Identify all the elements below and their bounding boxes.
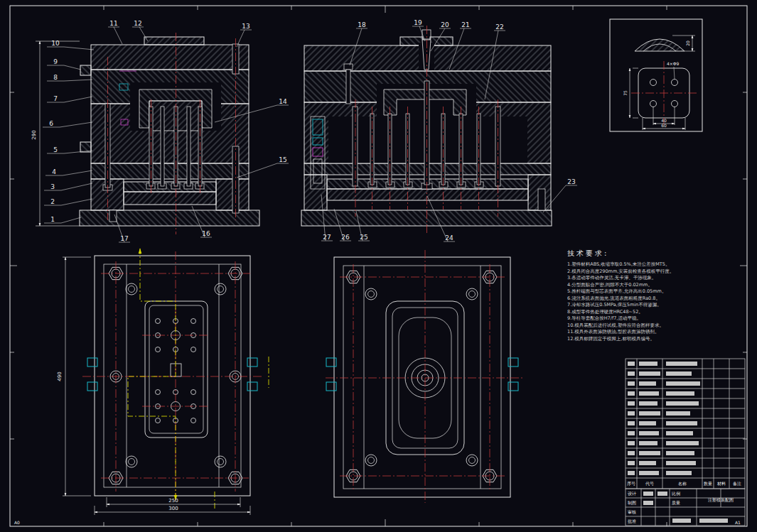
titleblock-weight-label: 质量 bbox=[672, 500, 680, 505]
callout-10: 10 bbox=[51, 40, 60, 47]
callout-9: 9 bbox=[53, 58, 58, 65]
callout-12: 12 bbox=[134, 20, 141, 27]
guide-pillar bbox=[466, 455, 478, 466]
dim-cap-height: 20 bbox=[685, 40, 690, 46]
callout-3: 3 bbox=[50, 183, 55, 190]
section-view-front: 10 9 8 7 6 5 4 3 2 1 11 12 13 14 15 17 1… bbox=[31, 20, 289, 242]
guide-bushing bbox=[126, 283, 137, 295]
centerlines bbox=[326, 250, 522, 503]
tech-requirement-line: 7.冷却水路试压0.5MPa,保压5min不得渗漏。 bbox=[567, 302, 722, 309]
tech-requirement-line: 4.分型面贴合严密,间隙不大于0.02mm。 bbox=[567, 282, 722, 289]
side-lock bbox=[508, 358, 518, 367]
titleblock-row-check: 审核 bbox=[628, 509, 636, 514]
tech-requirement-line: 2.模具闭合高度290mm,安装前检查各模板平行度。 bbox=[567, 268, 722, 276]
guide-bushing bbox=[215, 283, 226, 295]
callout-8: 8 bbox=[53, 74, 58, 81]
frame-zone-label-left: A0 bbox=[14, 520, 20, 525]
guide-pillar bbox=[365, 455, 377, 466]
callout-22: 22 bbox=[495, 23, 503, 31]
tech-requirement-line: 5.推杆端面与型芯表面平齐,允许高出0.05mm。 bbox=[567, 288, 722, 295]
tech-requirement-line: 6.浇注系统表面抛光,流道表面粗糙度Ra0.8。 bbox=[567, 295, 722, 303]
bom-header-qty: 数量 bbox=[704, 481, 712, 486]
bom-header-material: 材料 bbox=[716, 481, 726, 487]
callout-21: 21 bbox=[461, 21, 469, 28]
section-cut-line bbox=[128, 249, 176, 500]
bom-header-no: 序号 bbox=[627, 481, 635, 486]
callout-2: 2 bbox=[50, 198, 55, 205]
dim-inner-width: 250 bbox=[168, 498, 178, 504]
callout-20: 20 bbox=[441, 21, 449, 28]
tech-requirement-line: 1.塑件材料ABS,收缩率取0.5%,未注公差按MT5。 bbox=[567, 261, 722, 268]
centerlines bbox=[82, 251, 263, 500]
tech-requirement-line: 11.模具外表面涂防锈油,型腔表面涂防锈剂。 bbox=[567, 329, 722, 336]
titleblock-row-design: 设计 bbox=[628, 491, 636, 496]
callout-17: 17 bbox=[120, 235, 128, 242]
tech-requirement-line: 9.导柱导套配合按H7/f7,运动平稳。 bbox=[567, 315, 722, 322]
dim-mold-height: 290 bbox=[31, 130, 37, 139]
callout-1: 1 bbox=[50, 216, 55, 223]
titleblock-row-draw: 制图 bbox=[628, 500, 636, 506]
dim-hole-spacing: 40 bbox=[661, 118, 667, 123]
tech-requirement-line: 8.成型零件热处理硬度HRC48~52。 bbox=[567, 309, 722, 316]
tech-requirement-line: 10.模具装配后进行试模,塑件应符合图样要求。 bbox=[567, 322, 722, 330]
callout-23: 23 bbox=[567, 178, 575, 185]
side-lock bbox=[247, 358, 257, 367]
callout-27: 27 bbox=[323, 234, 331, 241]
dim-plate-length: 490 bbox=[57, 371, 63, 381]
bom-header-code: 代号 bbox=[645, 481, 654, 486]
title-block: 设计 制图 审核 批准 比例 质量 注塑模装配图 bbox=[626, 489, 745, 526]
callout-19: 19 bbox=[414, 19, 422, 26]
tech-requirements-title: 技术要求: bbox=[567, 249, 722, 259]
bom-header-remark: 备注 bbox=[733, 481, 741, 487]
guide-bushing bbox=[126, 456, 137, 467]
guide-pillar bbox=[466, 288, 478, 300]
cavity-outline bbox=[145, 301, 208, 438]
plan-view-moving-half: 490 250 300 bbox=[57, 249, 269, 515]
guide-bushing bbox=[215, 456, 226, 467]
tech-requirements: 技术要求: 1.塑件材料ABS,收缩率取0.5%,未注公差按MT5。 2.模具闭… bbox=[567, 249, 722, 342]
callout-5: 5 bbox=[53, 146, 58, 153]
note-hole-spec: 4×Φ9 bbox=[667, 61, 680, 66]
detail-view: 20 4×Φ9 75 40 60 bbox=[610, 19, 702, 131]
tech-requirement-line: 12.模具标牌固定于模脚上,标明模具编号。 bbox=[567, 336, 722, 343]
cap-part-section bbox=[635, 39, 684, 51]
plan-view-fixed-half bbox=[326, 250, 522, 503]
side-lock bbox=[247, 382, 257, 391]
callout-26: 26 bbox=[341, 234, 350, 241]
titleblock-drawing-title: 注塑模装配图 bbox=[708, 497, 734, 503]
bom-table: 序号 代号 名称 数量 材料 备注 bbox=[626, 359, 745, 489]
tech-requirement-line: 3.各运动零件动作灵活,无卡滞、干涉现象。 bbox=[567, 275, 722, 282]
callout-24: 24 bbox=[445, 234, 453, 241]
titleblock-scale-label: 比例 bbox=[672, 491, 680, 496]
frame-zone-label-right: A1 bbox=[735, 520, 741, 525]
bom-header-name: 名称 bbox=[678, 481, 687, 487]
callout-6: 6 bbox=[49, 120, 53, 127]
callout-18: 18 bbox=[358, 21, 366, 28]
callout-7: 7 bbox=[53, 95, 58, 102]
callout-25: 25 bbox=[360, 234, 367, 241]
side-lock bbox=[326, 358, 336, 367]
side-lock bbox=[87, 358, 97, 367]
dim-outer-width: 300 bbox=[168, 506, 178, 511]
section-view-side: 18 19 20 21 22 23 24 25 26 27 bbox=[301, 19, 577, 241]
dim-detail-height: 75 bbox=[623, 90, 628, 96]
guide-pillar bbox=[365, 288, 377, 300]
callout-4: 4 bbox=[52, 168, 56, 175]
callout-15: 15 bbox=[279, 156, 286, 163]
side-lock bbox=[87, 382, 97, 391]
callout-16: 16 bbox=[202, 230, 210, 237]
side-lock bbox=[326, 382, 336, 391]
titleblock-row-approve: 批准 bbox=[628, 519, 636, 524]
side-lock bbox=[508, 382, 518, 391]
callout-11: 11 bbox=[109, 20, 117, 27]
sprue-puller-hole bbox=[171, 364, 181, 376]
callout-14: 14 bbox=[279, 98, 287, 105]
dim-detail-width: 60 bbox=[661, 123, 667, 128]
callout-13: 13 bbox=[242, 23, 249, 30]
